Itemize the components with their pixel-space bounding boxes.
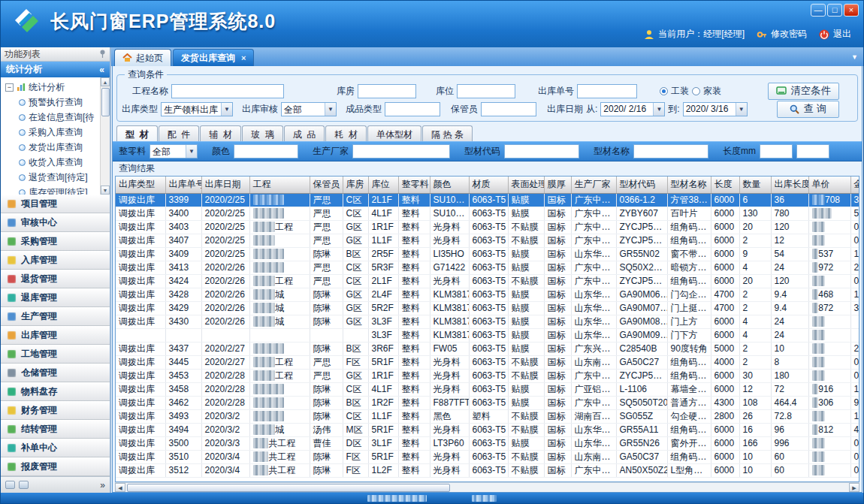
material-tab[interactable]: 成 品 — [284, 125, 325, 141]
material-tab[interactable]: 配 件 — [159, 125, 200, 141]
zhengling-select[interactable]: 全部 ▼ — [150, 144, 198, 158]
material-tab[interactable]: 型 材 — [116, 125, 158, 141]
sidebar-section-工地管理[interactable]: 工地管理 — [1, 345, 110, 364]
pin-icon[interactable] — [99, 50, 106, 59]
column-header[interactable]: 膜厚 — [544, 177, 571, 193]
minimize-icon[interactable]: — — [811, 4, 826, 17]
date-from-picker[interactable]: 2020/ 2/16 ▼ — [600, 102, 665, 116]
column-header[interactable]: 保管员 — [310, 177, 343, 193]
tree-scrollbar[interactable]: ▲ ▼ — [100, 77, 110, 195]
tab-close-icon[interactable]: × — [241, 53, 246, 62]
table-row[interactable]: 调拨出库34282020/2/26石▓▓城陈琳G区2L4F整料KLM381760… — [116, 288, 859, 301]
length-min-input[interactable] — [760, 144, 793, 158]
tree-item[interactable]: 库存管理[待定] — [5, 185, 99, 195]
table-row[interactable]: 调拨出库34582020/2/28华▓原▓陈琳C区4L1F整料光身料6063-T… — [116, 382, 859, 396]
radio-gongzhuang[interactable]: 工装 — [660, 85, 689, 98]
tree-item[interactable]: 收货入库查询 — [5, 155, 99, 170]
tab-发货出库查询[interactable]: 发货出库查询× — [173, 49, 254, 66]
sidebar-section-补单中心[interactable]: 补单中心 — [1, 439, 110, 457]
table-row[interactable]: 调拨出库35122020/3/4工▓共工程陈琳F区1L2F整料光身料6063-T… — [116, 463, 859, 477]
column-header[interactable]: 出库日期 — [201, 177, 249, 193]
table-row[interactable]: 调拨出库34372020/2/27佛▓工▓陈琳B区3R6F整料FW056063-… — [116, 342, 859, 355]
tree-item[interactable]: 发货出库查询 — [5, 140, 99, 155]
more-icon[interactable]: » — [100, 480, 105, 490]
sidebar-group-header[interactable]: 统计分析 « — [1, 62, 110, 77]
column-header[interactable]: 表面处理 — [508, 177, 544, 193]
table-row[interactable]: 调拨出库33992020/2/25华▓原▓严思C区2L1F整料SU10…6063… — [116, 193, 859, 207]
sidebar-section-生产管理[interactable]: 生产管理 — [1, 307, 110, 326]
table-row[interactable]: 调拨出库35002020/3/3工▓共工程曹佳D区3L1F整料LT3P60606… — [116, 436, 859, 450]
footer-monitor-icon[interactable] — [5, 481, 15, 489]
table-row[interactable]: 调拨出库34032020/2/25工▓▓工程严思G区1R1F整料光身料6063-… — [116, 220, 859, 234]
column-header[interactable]: 颜色 — [430, 177, 469, 193]
tree-item[interactable]: 采购入库查询 — [5, 125, 99, 140]
date-to-picker[interactable]: 2020/ 3/16 ▼ — [683, 102, 748, 116]
column-header[interactable]: 材质 — [469, 177, 508, 193]
table-row[interactable]: 3L3F整料KLM38176063-T5贴膜国标山东华…GA90M09…门下方6… — [116, 328, 859, 342]
sidebar-section-采购管理[interactable]: 采购管理 — [1, 232, 110, 251]
tab-起始页[interactable]: 起始页 — [114, 49, 171, 66]
table-row[interactable]: 调拨出库34532020/2/28工▓▓工程严思G区1R1F整料光身料6063-… — [116, 369, 859, 382]
tree-item[interactable]: 退货查询[待定] — [5, 170, 99, 185]
profile-name-input[interactable] — [633, 144, 708, 158]
product-type-input[interactable] — [385, 102, 440, 116]
sidebar-section-结转管理[interactable]: 结转管理 — [1, 420, 110, 439]
audit-select[interactable]: 全部 ▼ — [281, 102, 337, 116]
maximize-icon[interactable]: □ — [827, 4, 842, 17]
sidebar-section-物料盘存[interactable]: 物料盘存 — [1, 382, 110, 401]
profile-code-input[interactable] — [504, 144, 579, 158]
material-tab[interactable]: 隔 热 条 — [422, 125, 473, 141]
sidebar-section-退货管理[interactable]: 退货管理 — [1, 270, 110, 288]
column-header[interactable]: 出库单号 — [165, 177, 201, 193]
column-header[interactable]: 工程 — [249, 177, 310, 193]
table-row[interactable]: 调拨出库34942020/3/2石▓▓城汤伟M区5R1F整料光身料6063-T5… — [116, 423, 859, 436]
project-name-input[interactable] — [171, 84, 284, 98]
table-row[interactable]: 调拨出库34932020/3/2华▓原▓陈琳C区1L1F整料黑色塑料不贴膜国标湖… — [116, 409, 859, 423]
sidebar-section-入库管理[interactable]: 入库管理 — [1, 251, 110, 270]
tree-expander-icon[interactable]: − — [5, 83, 14, 92]
table-row[interactable]: 调拨出库34622020/2/28华▓原▓陈琳B区1R2F整料F887TFT60… — [116, 396, 859, 409]
sidebar-section-项目管理[interactable]: 项目管理 — [1, 195, 110, 213]
logout-button[interactable]: 退出 — [819, 28, 851, 41]
warehouse-input[interactable] — [358, 84, 416, 98]
sidebar-section-仓储管理[interactable]: 仓储管理 — [1, 364, 110, 382]
material-tab[interactable]: 耗 材 — [325, 125, 367, 141]
material-tab[interactable]: 玻 璃 — [242, 125, 283, 141]
scroll-up-icon[interactable]: ▲ — [101, 77, 110, 86]
scrollbar-thumb[interactable] — [127, 484, 450, 492]
table-row[interactable]: 调拨出库35102020/3/4工▓共工程陈琳F区5R1F整料光身料6063-T… — [116, 450, 859, 463]
column-header[interactable]: 长度 — [711, 177, 739, 193]
column-header[interactable]: 单价 — [808, 177, 850, 193]
search-button[interactable]: 查 询 — [777, 101, 839, 118]
sidebar-section-审核中心[interactable]: 审核中心 — [1, 213, 110, 232]
column-header[interactable]: 整零料 — [398, 177, 430, 193]
table-row[interactable]: 调拨出库34242020/2/26工▓▓工程严思C区2L1F整料光身料6063-… — [116, 274, 859, 288]
footer-disk-icon[interactable] — [19, 481, 29, 489]
column-header[interactable]: 库房 — [343, 177, 368, 193]
tree-item[interactable]: 预警执行查询 — [5, 95, 99, 110]
scroll-down-icon[interactable]: ▼ — [101, 186, 110, 195]
table-row[interactable]: 调拨出库34002020/2/25华▓原▓严思C区4L1F整料SU10…6063… — [116, 207, 859, 220]
clear-conditions-button[interactable]: 清空条件 — [768, 83, 839, 100]
column-header[interactable]: 金额 — [850, 177, 859, 193]
location-input[interactable] — [457, 84, 515, 98]
tree-item[interactable]: 在途信息查询[待 — [5, 110, 99, 125]
column-header[interactable]: 出库长度 — [771, 177, 808, 193]
horizontal-scrollbar[interactable]: ◀ ▶ — [115, 482, 859, 492]
column-header[interactable]: 数量 — [739, 177, 771, 193]
material-tab[interactable]: 辅 材 — [200, 125, 241, 141]
table-row[interactable]: 调拨出库34292020/2/26石▓▓城陈琳G区5R2F整料KLM381760… — [116, 301, 859, 315]
tree-root[interactable]: − 统计分析 — [5, 80, 99, 95]
scroll-left-icon[interactable]: ◀ — [115, 483, 125, 492]
column-header[interactable]: 出库类型 — [116, 177, 165, 193]
tab-list-dropdown-icon[interactable]: ▼ — [851, 53, 858, 61]
column-header[interactable]: 型材名称 — [667, 177, 711, 193]
sidebar-section-报废管理[interactable]: 报废管理 — [1, 457, 110, 476]
material-tab[interactable]: 单体型材 — [367, 125, 421, 141]
change-password-button[interactable]: 修改密码 — [757, 28, 807, 41]
scrollbar-thumb[interactable] — [101, 88, 110, 116]
keeper-input[interactable] — [481, 102, 536, 116]
table-row[interactable]: 调拨出库34132020/2/26南▓园▓严思C区5R3F整料G71422606… — [116, 261, 859, 274]
sidebar-section-退库管理[interactable]: 退库管理 — [1, 288, 110, 307]
table-row[interactable]: 调拨出库34452020/2/27工▓▓工程严思F区5R1F整料光身料6063-… — [116, 355, 859, 369]
